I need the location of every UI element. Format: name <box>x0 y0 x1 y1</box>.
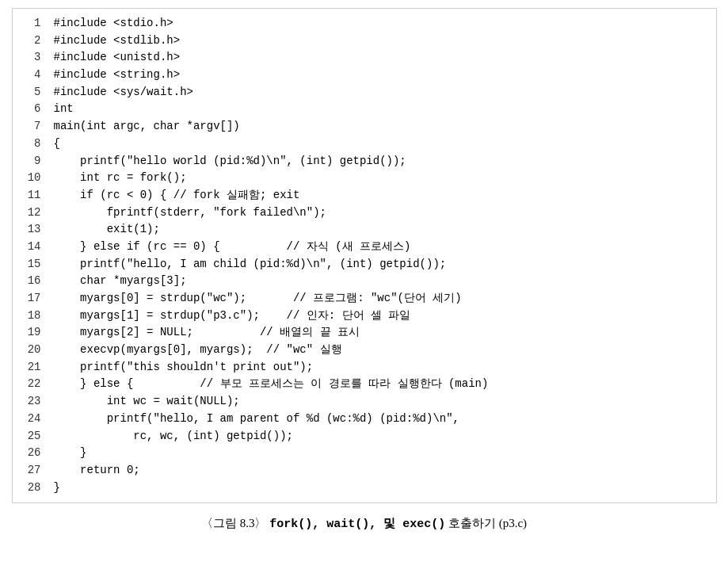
code-line: 13 exit(1); <box>13 221 716 239</box>
code-block: 1#include <stdio.h>2#include <stdlib.h>3… <box>12 8 717 503</box>
line-number: 2 <box>19 32 41 50</box>
line-content: { <box>54 136 60 153</box>
line-content: } else { // 부모 프로세스는 이 경로를 따라 실행한다 (main… <box>54 376 489 393</box>
line-number: 21 <box>19 359 41 376</box>
code-line: 25 rc, wc, (int) getpid()); <box>13 428 716 445</box>
line-number: 6 <box>19 101 41 118</box>
line-content: execvp(myargs[0], myargs); // "wc" 실행 <box>54 342 342 359</box>
code-line: 19 myargs[2] = NULL; // 배열의 끝 표시 <box>13 324 716 342</box>
code-line: 14 } else if (rc == 0) { // 자식 (새 프로세스) <box>13 239 716 256</box>
code-line: 28} <box>13 480 716 497</box>
code-line: 23 int wc = wait(NULL); <box>13 393 716 411</box>
line-content: myargs[2] = NULL; // 배열의 끝 표시 <box>54 324 360 342</box>
code-line: 26 } <box>13 445 716 462</box>
code-line: 17 myargs[0] = strdup("wc"); // 프로그램: "w… <box>13 290 716 308</box>
line-number: 20 <box>19 342 41 359</box>
line-number: 16 <box>19 273 41 290</box>
line-number: 10 <box>19 170 41 187</box>
figure-caption: 〈그림 8.3〉 fork(), wait(), 및 exec() 호출하기 (… <box>12 516 717 531</box>
code-line: 15 printf("hello, I am child (pid:%d)\n"… <box>13 256 716 273</box>
line-number: 28 <box>19 480 41 497</box>
line-content: myargs[1] = strdup("p3.c"); // 인자: 단어 셀 … <box>54 308 411 325</box>
line-number: 11 <box>19 187 41 204</box>
line-content: #include <unistd.h> <box>54 49 181 67</box>
code-line: 12 fprintf(stderr, "fork failed\n"); <box>13 204 716 222</box>
line-number: 19 <box>19 324 41 342</box>
code-line: 3#include <unistd.h> <box>13 49 716 67</box>
line-number: 22 <box>19 376 41 393</box>
line-number: 27 <box>19 462 41 480</box>
line-content: printf("hello world (pid:%d)\n", (int) g… <box>54 153 406 170</box>
line-number: 3 <box>19 49 41 67</box>
line-number: 18 <box>19 308 41 325</box>
code-line: 6int <box>13 101 716 118</box>
line-number: 17 <box>19 290 41 308</box>
line-number: 4 <box>19 67 41 84</box>
code-line: 27 return 0; <box>13 462 716 480</box>
line-content: #include <string.h> <box>54 67 181 84</box>
line-content: char *myargs[3]; <box>54 273 187 290</box>
code-line: 22 } else { // 부모 프로세스는 이 경로를 따라 실행한다 (m… <box>13 376 716 393</box>
line-number: 12 <box>19 204 41 222</box>
line-number: 26 <box>19 445 41 462</box>
code-line: 16 char *myargs[3]; <box>13 273 716 290</box>
line-number: 13 <box>19 221 41 239</box>
line-content: } <box>54 480 60 497</box>
line-number: 24 <box>19 411 41 428</box>
line-content: myargs[0] = strdup("wc"); // 프로그램: "wc"(… <box>54 290 462 308</box>
caption-suffix: 호출하기 (p3.c) <box>448 517 527 529</box>
line-content: exit(1); <box>54 221 160 239</box>
line-content: printf("this shouldn't print out"); <box>54 359 314 376</box>
caption-prefix: 〈그림 8.3〉 <box>201 517 267 529</box>
code-line: 10 int rc = fork(); <box>13 170 716 187</box>
line-content: printf("hello, I am child (pid:%d)\n", (… <box>54 256 447 273</box>
code-line: 18 myargs[1] = strdup("p3.c"); // 인자: 단어… <box>13 308 716 325</box>
line-number: 1 <box>19 15 41 32</box>
code-line: 5#include <sys/wait.h> <box>13 84 716 101</box>
line-number: 7 <box>19 118 41 136</box>
caption-code: fork(), wait(), 및 exec() <box>269 518 445 531</box>
code-line: 2#include <stdlib.h> <box>13 32 716 50</box>
line-content: rc, wc, (int) getpid()); <box>54 428 293 445</box>
line-number: 25 <box>19 428 41 445</box>
line-number: 14 <box>19 239 41 256</box>
line-content: } <box>54 445 87 462</box>
line-content: if (rc < 0) { // fork 실패함; exit <box>54 187 300 204</box>
line-content: main(int argc, char *argv[]) <box>54 118 240 136</box>
line-content: #include <stdio.h> <box>54 15 173 32</box>
code-line: 24 printf("hello, I am parent of %d (wc:… <box>13 411 716 428</box>
line-number: 5 <box>19 84 41 101</box>
line-content: } else if (rc == 0) { // 자식 (새 프로세스) <box>54 239 411 256</box>
code-line: 1#include <stdio.h> <box>13 15 716 32</box>
line-number: 23 <box>19 393 41 411</box>
code-line: 21 printf("this shouldn't print out"); <box>13 359 716 376</box>
code-line: 20 execvp(myargs[0], myargs); // "wc" 실행 <box>13 342 716 359</box>
line-number: 15 <box>19 256 41 273</box>
line-content: int rc = fork(); <box>54 170 187 187</box>
code-line: 8{ <box>13 136 716 153</box>
line-content: #include <sys/wait.h> <box>54 84 193 101</box>
line-content: printf("hello, I am parent of %d (wc:%d)… <box>54 411 459 428</box>
code-line: 4#include <string.h> <box>13 67 716 84</box>
line-content: int <box>54 101 74 118</box>
line-content: int wc = wait(NULL); <box>54 393 240 411</box>
code-line: 7main(int argc, char *argv[]) <box>13 118 716 136</box>
line-number: 9 <box>19 153 41 170</box>
line-number: 8 <box>19 136 41 153</box>
line-content: return 0; <box>54 462 140 480</box>
code-line: 9 printf("hello world (pid:%d)\n", (int)… <box>13 153 716 170</box>
line-content: #include <stdlib.h> <box>54 32 181 50</box>
line-content: fprintf(stderr, "fork failed\n"); <box>54 204 326 222</box>
code-line: 11 if (rc < 0) { // fork 실패함; exit <box>13 187 716 204</box>
